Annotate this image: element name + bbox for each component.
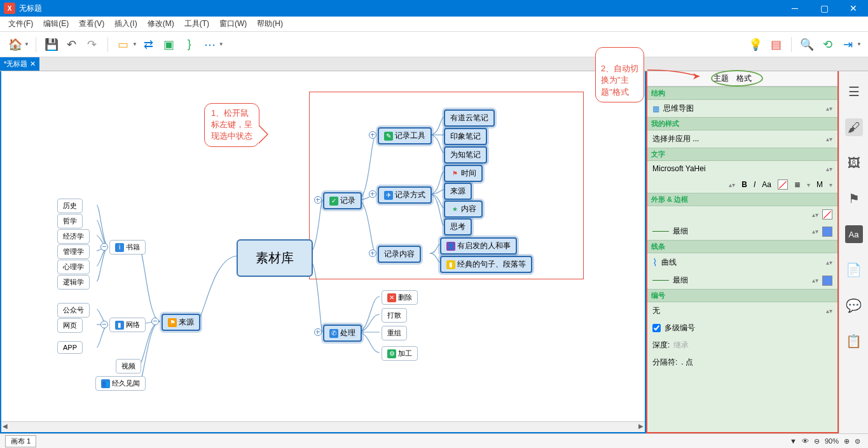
topic-dropdown[interactable]: ▼ bbox=[132, 41, 137, 47]
node-record-tool[interactable]: ✎记录工具 bbox=[378, 127, 432, 144]
home-dropdown[interactable]: ▼ bbox=[24, 41, 29, 47]
manual-button[interactable]: M bbox=[816, 180, 823, 189]
search-icon[interactable]: 🔍 bbox=[798, 36, 816, 53]
horizontal-scrollbar[interactable] bbox=[1, 421, 645, 432]
maximize-button[interactable]: ▢ bbox=[809, 0, 839, 17]
topic-icon[interactable]: ▭ bbox=[114, 36, 132, 53]
style-selector[interactable]: 选择并应用 ...▴▾ bbox=[647, 130, 837, 148]
line-thin-row[interactable]: 最细▴▾ bbox=[647, 272, 837, 289]
italic-button[interactable]: I bbox=[754, 180, 755, 189]
node-web[interactable]: 网页 bbox=[57, 318, 83, 333]
multi-checkbox[interactable] bbox=[652, 324, 661, 332]
minimize-button[interactable]: ─ bbox=[780, 0, 809, 17]
export-icon[interactable]: ⇥ bbox=[839, 36, 857, 53]
node-logic[interactable]: 逻辑学 bbox=[57, 275, 90, 290]
panel-tab-format[interactable]: 格式 bbox=[736, 73, 752, 84]
bold-button[interactable]: B bbox=[741, 180, 747, 189]
redo-icon[interactable]: ↷ bbox=[83, 36, 101, 53]
task-icon[interactable]: 📋 bbox=[845, 332, 863, 350]
collapse-dot[interactable] bbox=[369, 249, 376, 257]
outline-icon[interactable]: ☰ bbox=[845, 83, 863, 101]
collapse-dot[interactable] bbox=[151, 318, 159, 325]
image-icon[interactable]: 🖼 bbox=[845, 154, 863, 172]
node-video[interactable]: 视频 bbox=[116, 359, 141, 374]
node-network[interactable]: ▮网络 bbox=[109, 318, 146, 332]
collapse-dot[interactable] bbox=[314, 328, 322, 336]
boundary-icon[interactable]: ▣ bbox=[160, 36, 178, 53]
node-jjjw[interactable]: 👥经久见闻 bbox=[95, 376, 146, 391]
node-delete[interactable]: ✕删除 bbox=[382, 290, 418, 305]
node-app[interactable]: APP bbox=[57, 341, 83, 354]
menu-tools[interactable]: 工具(T) bbox=[179, 17, 214, 31]
menu-window[interactable]: 窗口(W) bbox=[214, 17, 252, 31]
document-tab[interactable]: *无标题 ✕ bbox=[0, 57, 39, 71]
border-color-swatch[interactable] bbox=[822, 227, 832, 237]
format-icon[interactable]: 🖌 bbox=[845, 118, 863, 136]
node-weizhi[interactable]: 为知笔记 bbox=[444, 146, 487, 164]
node-source2[interactable]: 来源 bbox=[444, 183, 472, 200]
summary-icon[interactable]: } bbox=[181, 36, 198, 53]
font-color-swatch[interactable] bbox=[778, 179, 788, 190]
gantt-icon[interactable]: ▤ bbox=[767, 36, 785, 53]
menu-edit[interactable]: 编辑(E) bbox=[38, 17, 74, 31]
collapse-dot[interactable] bbox=[369, 131, 376, 139]
panel-tab-topic[interactable]: 主题 bbox=[713, 73, 729, 84]
more-dropdown[interactable]: ▼ bbox=[219, 41, 224, 47]
zoom-out-button[interactable]: ⊖ bbox=[814, 437, 820, 445]
bulb-icon[interactable]: 💡 bbox=[747, 36, 764, 53]
collapse-dot[interactable] bbox=[314, 196, 322, 204]
line-curve-row[interactable]: ⌇曲线▴▾ bbox=[647, 253, 837, 272]
node-root[interactable]: 素材库 bbox=[237, 239, 313, 277]
node-history[interactable]: 历史 bbox=[57, 199, 83, 213]
case-button[interactable]: Aa bbox=[762, 180, 771, 189]
menu-view[interactable]: 查看(V) bbox=[74, 17, 109, 31]
close-button[interactable]: ✕ bbox=[839, 0, 868, 17]
more-icon[interactable]: ⋯ bbox=[201, 36, 219, 53]
border-thin-row[interactable]: 最细▴▾ bbox=[647, 223, 837, 240]
number-none-row[interactable]: 无▴▾ bbox=[647, 302, 837, 319]
undo-icon[interactable]: ↶ bbox=[63, 36, 81, 53]
collapse-dot[interactable] bbox=[100, 321, 108, 328]
node-management[interactable]: 管理学 bbox=[57, 244, 90, 259]
relation-icon[interactable]: ⇄ bbox=[140, 36, 158, 53]
node-inspire[interactable]: 👤有启发的人和事 bbox=[440, 237, 517, 255]
fill-swatch[interactable] bbox=[822, 209, 832, 220]
node-record[interactable]: ✓记录 bbox=[323, 192, 362, 209]
node-philosophy[interactable]: 哲学 bbox=[57, 214, 83, 228]
tab-close-icon[interactable]: ✕ bbox=[30, 60, 36, 68]
node-process[interactable]: ✆处理 bbox=[323, 325, 362, 342]
node-source[interactable]: ⚑来源 bbox=[162, 314, 200, 331]
eye-icon[interactable]: 👁 bbox=[802, 437, 809, 445]
export-dropdown[interactable]: ▼ bbox=[857, 41, 862, 47]
notes-icon[interactable]: 📄 bbox=[845, 261, 863, 279]
mindmap-canvas[interactable]: 1、松开鼠 标左键，呈 现选中状态 素材库 ⚑来源 i书籍 历史 哲学 经济学 … bbox=[1, 71, 645, 421]
node-psychology[interactable]: 心理学 bbox=[57, 260, 90, 274]
node-time[interactable]: ⚑时间 bbox=[444, 165, 483, 182]
share-icon[interactable]: ⟲ bbox=[818, 36, 836, 53]
structure-selector[interactable]: ▦思维导图▴▾ bbox=[647, 100, 837, 117]
number-sep-row[interactable]: 分隔符:. 点 bbox=[647, 354, 837, 371]
marker-icon[interactable]: ⚑ bbox=[845, 190, 863, 207]
zoom-in-button[interactable]: ⊕ bbox=[844, 437, 850, 445]
line-color-swatch[interactable] bbox=[822, 276, 832, 286]
sheet-tab[interactable]: 画布 1 bbox=[5, 435, 36, 447]
save-icon[interactable]: 💾 bbox=[43, 36, 60, 53]
node-yinxiang[interactable]: 印象笔记 bbox=[444, 128, 487, 145]
collapse-dot[interactable] bbox=[100, 243, 108, 251]
size-spinner[interactable]: ▴▾ bbox=[729, 181, 735, 188]
node-gzh[interactable]: 公众号 bbox=[57, 303, 90, 318]
zoom-level[interactable]: 90% bbox=[825, 437, 839, 445]
home-icon[interactable]: 🏠 bbox=[6, 36, 24, 53]
node-scatter[interactable]: 打散 bbox=[382, 308, 407, 323]
node-classic[interactable]: ▮经典的句子、段落等 bbox=[440, 256, 532, 273]
panel-body[interactable]: 结构 ▦思维导图▴▾ 我的样式 选择并应用 ...▴▾ 文字 Microsoft… bbox=[647, 87, 837, 432]
filter-icon[interactable]: ▼ bbox=[790, 437, 797, 445]
node-books[interactable]: i书籍 bbox=[109, 240, 146, 255]
node-economics[interactable]: 经济学 bbox=[57, 229, 90, 244]
collapse-dot[interactable] bbox=[369, 190, 376, 198]
fit-button[interactable]: ⊜ bbox=[855, 437, 860, 445]
menu-modify[interactable]: 修改(M) bbox=[142, 17, 179, 31]
node-think[interactable]: 思考 bbox=[444, 218, 472, 235]
menu-file[interactable]: 文件(F) bbox=[3, 17, 38, 31]
comments-icon[interactable]: 💬 bbox=[845, 297, 863, 314]
